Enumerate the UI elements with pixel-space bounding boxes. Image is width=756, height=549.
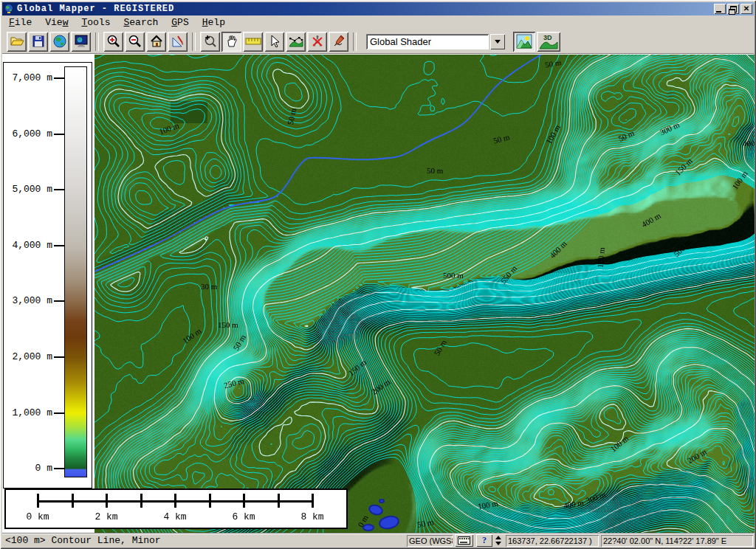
zoom-tool-button[interactable] (200, 32, 220, 52)
measure-draw-button[interactable] (168, 32, 188, 52)
pan-tool-button[interactable] (221, 32, 241, 52)
restore-icon (730, 6, 737, 13)
world-button[interactable] (49, 32, 69, 52)
legend-tick-mark (54, 468, 65, 469)
scale-bar: 0 km2 km4 km6 km8 km (4, 488, 348, 529)
terrain-canvas[interactable] (94, 55, 755, 533)
path-profile-button[interactable] (286, 32, 306, 52)
setsquare-pencil-icon (171, 34, 185, 49)
capture-button[interactable] (71, 32, 91, 52)
window-title: Global Mapper - REGISTERED (17, 4, 712, 14)
map-view[interactable]: 100 m50 m50 m50 m50 m100 m30 m100 m150 m… (94, 55, 755, 533)
minimize-icon (716, 11, 721, 13)
path-profile-icon (289, 34, 303, 49)
status-coordinates: 163737, 22.66722137 ) (506, 535, 599, 547)
zoom-tool-icon (203, 34, 218, 49)
zoom-out-button[interactable] (125, 32, 145, 52)
zoom-out-icon (128, 34, 142, 49)
digitizer-pencil-icon (331, 34, 346, 49)
legend-tick-mark (54, 189, 65, 190)
legend-tick-label: 0 m (5, 463, 52, 474)
scalebar-label: 0 km (16, 511, 60, 522)
scalebar-tick (174, 494, 176, 508)
keyboard-button[interactable] (455, 534, 473, 547)
close-icon: ✕ (743, 5, 749, 13)
contour-label: 400 (743, 139, 755, 148)
scalebar-tick (209, 494, 211, 508)
status-latlon: 22?40' 02.00" N, 114?22' 17.89" E (601, 535, 753, 547)
contour-label: 150 m (218, 320, 238, 329)
scalebar-tick (312, 494, 314, 508)
zoom-in-button[interactable] (103, 32, 123, 52)
shader-dropdown-value: Global Shader (370, 36, 431, 47)
status-feature-text: <100 m> Contour Line, Minor (2, 535, 407, 546)
measure-tool-button[interactable] (243, 32, 263, 52)
menu-item-gps[interactable]: GPS (165, 16, 195, 29)
help-button[interactable]: ? (476, 534, 492, 547)
3d-view-icon: 3D (539, 33, 558, 49)
scalebar-label: 4 km (153, 511, 197, 522)
title-bar[interactable]: Global Mapper - REGISTERED ✕ (2, 2, 754, 15)
legend-tick-label: 4,000 m (5, 240, 52, 251)
svg-text:3D: 3D (543, 34, 552, 41)
help-icon: ? (482, 535, 487, 546)
open-button[interactable] (7, 32, 27, 52)
menu-item-search[interactable]: Search (117, 16, 165, 29)
menu-item-view[interactable]: View (38, 16, 75, 29)
globe-icon (52, 34, 67, 49)
contour-label: 100 m (596, 247, 606, 269)
zoom-in-icon (106, 34, 121, 49)
scalebar-tick (243, 494, 245, 508)
legend-tick-mark (54, 412, 65, 414)
home-icon (149, 34, 164, 49)
image-display-icon (516, 34, 532, 49)
menu-bar: FileViewToolsSearchGPSHelp (2, 15, 754, 30)
save-button[interactable] (28, 32, 48, 52)
menu-item-tools[interactable]: Tools (75, 16, 117, 29)
digitizer-button[interactable] (329, 32, 348, 52)
pointer-tool-button[interactable] (264, 32, 284, 52)
menu-item-help[interactable]: Help (196, 16, 232, 29)
menu-item-file[interactable]: File (2, 16, 38, 29)
gps-button[interactable] (307, 32, 327, 52)
scalebar-tick (278, 494, 280, 508)
elevation-colorbar (64, 66, 87, 477)
scalebar-tick (106, 494, 108, 508)
close-button[interactable]: ✕ (740, 4, 752, 14)
legend-tick-label: 2,000 m (5, 351, 52, 362)
image-options-button[interactable] (513, 32, 535, 52)
keyboard-icon (458, 536, 470, 545)
legend-tick-mark (54, 356, 65, 358)
status-bar: <100 m> Contour Line, Minor GEO (WGS84 ?… (2, 533, 754, 548)
legend-tick-label: 3,000 m (5, 295, 52, 306)
shader-dropdown-button[interactable] (490, 34, 505, 49)
shader-dropdown[interactable]: Global Shader (366, 34, 489, 49)
legend-tick-label: 6,000 m (5, 128, 52, 139)
scalebar-label: 8 km (290, 511, 334, 522)
pan-hand-icon (224, 34, 239, 49)
minimize-button[interactable] (714, 4, 726, 14)
scalebar-label: 2 km (84, 511, 128, 522)
full-view-button[interactable] (146, 32, 166, 52)
coordinate-spinner[interactable] (495, 536, 501, 545)
legend-tick-mark (54, 300, 65, 302)
toolbar-separator (95, 32, 99, 51)
contour-label: 50 m (427, 166, 443, 175)
contour-label: 500 m (443, 271, 464, 280)
elevation-legend: 7,000 m6,000 m5,000 m4,000 m3,000 m2,000… (3, 62, 92, 488)
spin-down-icon (495, 542, 501, 545)
legend-tick-mark (54, 77, 65, 79)
restore-button[interactable] (727, 4, 739, 14)
scalebar-tick (37, 494, 39, 508)
open-folder-icon (10, 35, 24, 48)
legend-tick-label: 5,000 m (5, 184, 52, 195)
3d-view-button[interactable]: 3D (537, 32, 560, 52)
global-mapper-window: Global Mapper - REGISTERED ✕ FileViewToo… (0, 0, 756, 549)
gps-antenna-x-icon (310, 34, 325, 49)
floppy-icon (32, 35, 45, 48)
toolbar-separator (353, 32, 357, 51)
legend-tick-mark (54, 245, 65, 246)
screen-capture-icon (74, 34, 89, 49)
legend-tick-mark (54, 134, 65, 135)
legend-tick-label: 7,000 m (5, 72, 52, 83)
